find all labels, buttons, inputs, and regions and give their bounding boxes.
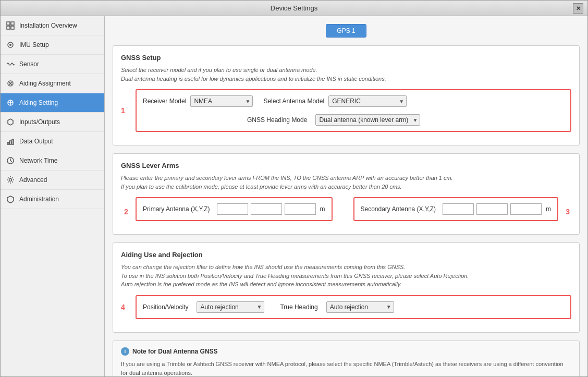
lever-arms-row: 2 Primary Antenna (X,Y,Z) 1.000 0.500 -2…: [121, 197, 571, 226]
chart-icon: [6, 137, 15, 146]
primary-x-input[interactable]: 1.000: [217, 203, 248, 215]
rejection-row: Position/Velocity Auto rejection Never A…: [143, 301, 564, 313]
gnss-lever-arms-title: GNSS Lever Arms: [121, 162, 571, 169]
sidebar-item-inputs-outputs[interactable]: Inputs/Outputs: [1, 113, 104, 132]
aiding-rejection-title: Aiding Use and Rejection: [121, 251, 571, 259]
device-settings-window: Device Settings ✕ Installation Overview: [0, 0, 588, 377]
gnss-setup-desc1: Select the receiver model and if you pla…: [121, 66, 571, 83]
note-box: i Note for Dual Antenna GNSS If you are …: [113, 340, 580, 377]
svg-rect-14: [12, 139, 14, 144]
sidebar-item-advanced[interactable]: Advanced: [1, 171, 104, 190]
sidebar-label-inputs-outputs: Inputs/Outputs: [19, 118, 60, 126]
receiver-model-row: Receiver Model NMEA u-blox Trimble Ashte…: [143, 95, 253, 107]
clock-icon: [6, 156, 15, 165]
secondary-antenna-wrapper: Secondary Antenna (X,Y,Z) 1.000 -0.500 -…: [353, 197, 559, 226]
sidebar-item-sensor[interactable]: Sensor: [1, 55, 104, 74]
secondary-x-input[interactable]: 1.000: [443, 203, 474, 215]
gnss-setup-row: Receiver Model NMEA u-blox Trimble Ashte…: [143, 95, 564, 111]
note-text: If you are using a Trimble or Ashtech GN…: [121, 360, 571, 377]
position-velocity-select-wrapper: Auto rejection Never Always ▼: [197, 301, 264, 313]
note-title: i Note for Dual Antenna GNSS: [121, 347, 571, 356]
plug-aiding-icon: [6, 79, 15, 88]
tab-bar: GPS 1: [113, 24, 580, 38]
gnss-setup-section: GNSS Setup Select the receiver model and…: [113, 45, 580, 145]
true-heading-label: True Heading: [280, 303, 317, 311]
antenna-model-label: Select Antenna Model: [263, 98, 324, 105]
gnss-heading-select[interactable]: Dual antenna (known lever arm) Single an…: [315, 114, 420, 126]
position-velocity-group: Position/Velocity Auto rejection Never A…: [143, 301, 264, 313]
true-heading-select[interactable]: Auto rejection Never Always: [326, 301, 394, 313]
svg-rect-12: [7, 142, 9, 144]
antenna-model-row: Select Antenna Model GENERIC Trimble Zep…: [263, 95, 407, 107]
gnss-heading-row: GNSS Heading Mode Dual antenna (known le…: [143, 114, 564, 126]
step-number-2: 2: [124, 208, 128, 216]
main-layout: Installation Overview IMU Setup Sen: [1, 16, 587, 376]
antenna-model-select-wrapper: GENERIC Trimble Zephyr NovAtel ▼: [328, 95, 407, 107]
true-heading-select-wrapper: Auto rejection Never Always ▼: [326, 301, 394, 313]
sidebar-item-aiding-setting[interactable]: Aiding Setting: [1, 93, 104, 113]
plug-setting-icon: [6, 98, 15, 107]
receiver-model-select-wrapper: NMEA u-blox Trimble Ashtech ▼: [190, 95, 253, 107]
svg-line-17: [10, 161, 12, 162]
secondary-unit-label: m: [546, 205, 551, 213]
gnss-setup-title: GNSS Setup: [121, 54, 571, 62]
primary-z-input[interactable]: -2.000: [285, 203, 316, 215]
step-number-1: 1: [121, 106, 125, 115]
sidebar-label-aiding-setting: Aiding Setting: [19, 99, 58, 106]
close-button[interactable]: ✕: [573, 3, 583, 14]
svg-rect-2: [7, 26, 10, 29]
primary-antenna-wrapper: 2 Primary Antenna (X,Y,Z) 1.000 0.500 -2…: [136, 197, 333, 226]
receiver-model-label: Receiver Model: [143, 98, 186, 105]
wave-icon: [6, 59, 15, 69]
primary-y-input[interactable]: 0.500: [251, 203, 282, 215]
secondary-antenna-label: Secondary Antenna (X,Y,Z): [361, 205, 436, 213]
rejection-numbered-box: Position/Velocity Auto rejection Never A…: [136, 295, 571, 319]
antenna-model-select[interactable]: GENERIC Trimble Zephyr NovAtel: [328, 95, 407, 107]
gnss-lever-arms-section: GNSS Lever Arms Please enter the primary…: [113, 153, 580, 235]
secondary-z-input[interactable]: -2.000: [510, 203, 542, 215]
svg-rect-13: [10, 141, 11, 144]
sidebar-item-data-output[interactable]: Data Output: [1, 132, 104, 151]
svg-rect-0: [7, 22, 10, 25]
io-icon: [6, 117, 15, 127]
gnss-setup-numbered-box: Receiver Model NMEA u-blox Trimble Ashte…: [136, 89, 571, 132]
main-content: GPS 1 GNSS Setup Select the receiver mod…: [105, 16, 587, 376]
gnss-heading-label: GNSS Heading Mode: [247, 116, 307, 124]
secondary-antenna-box: Secondary Antenna (X,Y,Z) 1.000 -0.500 -…: [353, 197, 559, 221]
grid-icon: [6, 21, 15, 30]
gnss-heading-select-wrapper: Dual antenna (known lever arm) Single an…: [315, 114, 420, 126]
true-heading-group: True Heading Auto rejection Never Always…: [280, 301, 394, 313]
settings-icon: [6, 175, 15, 185]
step-number-4: 4: [121, 303, 125, 311]
sidebar-item-administration[interactable]: Administration: [1, 190, 104, 209]
primary-antenna-box: Primary Antenna (X,Y,Z) 1.000 0.500 -2.0…: [136, 197, 333, 221]
position-velocity-select[interactable]: Auto rejection Never Always: [197, 301, 264, 313]
sidebar-item-installation-overview[interactable]: Installation Overview: [1, 16, 104, 35]
svg-rect-1: [11, 22, 14, 25]
sidebar-label-network-time: Network Time: [19, 157, 57, 164]
receiver-model-select[interactable]: NMEA u-blox Trimble Ashtech: [190, 95, 253, 107]
sidebar-item-imu-setup[interactable]: IMU Setup: [1, 35, 104, 55]
primary-antenna-group: Primary Antenna (X,Y,Z) 1.000 0.500 -2.0…: [143, 203, 325, 215]
secondary-antenna-group: Secondary Antenna (X,Y,Z) 1.000 -0.500 -…: [361, 203, 552, 215]
svg-point-18: [9, 179, 12, 181]
step-number-3: 3: [566, 208, 570, 216]
sidebar-item-aiding-assignment[interactable]: Aiding Assignment: [1, 74, 104, 93]
primary-unit-label: m: [320, 205, 325, 213]
sidebar: Installation Overview IMU Setup Sen: [1, 16, 105, 376]
svg-rect-3: [11, 26, 14, 29]
sidebar-item-network-time[interactable]: Network Time: [1, 151, 104, 171]
secondary-y-input[interactable]: -0.500: [476, 203, 508, 215]
rejection-row-wrapper: 4 Position/Velocity Auto rejection Never: [121, 295, 571, 319]
circle-icon: [6, 40, 15, 50]
admin-icon: [6, 194, 15, 204]
info-icon: i: [121, 347, 129, 356]
gps1-tab[interactable]: GPS 1: [326, 24, 366, 38]
window-title: Device Settings: [271, 4, 317, 12]
position-velocity-label: Position/Velocity: [143, 303, 188, 311]
sidebar-label-imu-setup: IMU Setup: [19, 41, 49, 48]
gnss-lever-arms-desc: Please enter the primary and secondary l…: [121, 174, 571, 191]
sidebar-label-data-output: Data Output: [19, 138, 53, 145]
sidebar-label-installation-overview: Installation Overview: [19, 22, 77, 29]
aiding-rejection-desc: You can change the rejection filter to d…: [121, 263, 571, 289]
